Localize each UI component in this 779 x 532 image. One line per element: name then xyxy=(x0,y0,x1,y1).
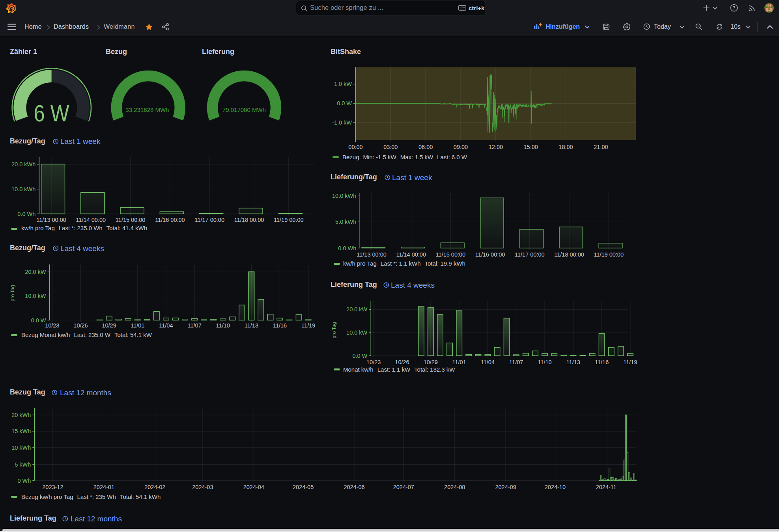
svg-text:06:00: 06:00 xyxy=(418,144,433,150)
svg-text:0.0 Wh: 0.0 Wh xyxy=(17,211,35,217)
svg-text:11/18 00:00: 11/18 00:00 xyxy=(554,251,584,258)
svg-text:11/13: 11/13 xyxy=(566,359,580,365)
svg-text:03:00: 03:00 xyxy=(383,144,398,150)
svg-text:10 kWh: 10 kWh xyxy=(11,445,31,451)
svg-text:11/04: 11/04 xyxy=(159,322,173,329)
svg-text:11/13 00:00: 11/13 00:00 xyxy=(357,251,387,258)
svg-text:10/26: 10/26 xyxy=(73,322,88,329)
svg-text:2024-06: 2024-06 xyxy=(344,484,364,490)
svg-text:2024-01: 2024-01 xyxy=(93,484,114,490)
svg-text:pro Tag: pro Tag xyxy=(331,322,337,339)
svg-text:10.0 kW: 10.0 kW xyxy=(25,293,46,299)
svg-text:2024-04: 2024-04 xyxy=(243,484,264,490)
svg-text:?: ? xyxy=(732,5,735,11)
svg-text:11/17 00:00: 11/17 00:00 xyxy=(515,251,545,258)
svg-text:2023-12: 2023-12 xyxy=(42,484,63,490)
svg-text:11/01: 11/01 xyxy=(131,322,144,329)
svg-text:11/15 00:00: 11/15 00:00 xyxy=(436,251,466,258)
svg-text:15 kWh: 15 kWh xyxy=(11,428,31,434)
svg-text:11/17 00:00: 11/17 00:00 xyxy=(194,217,224,223)
svg-text:33.231628 MWh: 33.231628 MWh xyxy=(125,106,169,113)
svg-text:20.0 kW: 20.0 kW xyxy=(346,306,367,313)
svg-text:-1.0 kW: -1.0 kW xyxy=(332,119,352,126)
svg-text:11/01: 11/01 xyxy=(452,359,466,365)
svg-text:0.0 Wh: 0.0 Wh xyxy=(338,245,356,251)
svg-text:10/23: 10/23 xyxy=(45,322,59,329)
svg-text:20.0 kW: 20.0 kW xyxy=(25,269,46,275)
svg-text:2024-05: 2024-05 xyxy=(293,484,314,490)
svg-text:10.0 kWh: 10.0 kWh xyxy=(332,193,356,199)
svg-text:10/29: 10/29 xyxy=(424,359,438,365)
svg-text:11/10: 11/10 xyxy=(538,359,551,365)
svg-text:11/13 00:00: 11/13 00:00 xyxy=(36,217,66,223)
svg-text:11/19: 11/19 xyxy=(301,322,315,329)
svg-text:09:00: 09:00 xyxy=(454,144,468,150)
svg-text:6 W: 6 W xyxy=(34,100,69,126)
svg-text:10/29: 10/29 xyxy=(102,322,116,329)
svg-text:00:00: 00:00 xyxy=(348,144,362,150)
svg-text:11/16: 11/16 xyxy=(273,322,287,329)
svg-text:2024-10: 2024-10 xyxy=(545,484,566,490)
svg-text:1.0 kW: 1.0 kW xyxy=(334,81,352,87)
svg-text:11/15 00:00: 11/15 00:00 xyxy=(116,217,146,223)
svg-text:2024-02: 2024-02 xyxy=(144,484,165,490)
svg-text:11/13: 11/13 xyxy=(245,322,258,329)
svg-text:5 kWh: 5 kWh xyxy=(15,461,31,468)
svg-text:11/19 00:00: 11/19 00:00 xyxy=(594,251,624,258)
svg-text:0.0 W: 0.0 W xyxy=(31,317,46,324)
svg-text:0.0 W: 0.0 W xyxy=(337,100,352,106)
svg-text:12:00: 12:00 xyxy=(489,144,503,150)
svg-text:11/14 00:00: 11/14 00:00 xyxy=(76,217,106,223)
svg-text:10.0 kW: 10.0 kW xyxy=(346,329,367,336)
svg-text:10/26: 10/26 xyxy=(395,359,409,365)
svg-text:11/16 00:00: 11/16 00:00 xyxy=(475,251,505,258)
svg-text:11/19: 11/19 xyxy=(623,359,637,365)
svg-text:18:00: 18:00 xyxy=(559,144,573,150)
svg-text:11/07: 11/07 xyxy=(187,322,201,329)
svg-text:10/23: 10/23 xyxy=(366,359,381,365)
svg-text:11/04: 11/04 xyxy=(481,359,495,365)
svg-text:11/07: 11/07 xyxy=(509,359,523,365)
svg-text:2024-11: 2024-11 xyxy=(596,484,616,490)
svg-text:11/16: 11/16 xyxy=(595,359,609,365)
svg-text:15:00: 15:00 xyxy=(524,144,538,150)
svg-text:10.0 kWh: 10.0 kWh xyxy=(11,186,35,192)
svg-text:79.017080 MWh: 79.017080 MWh xyxy=(222,106,266,113)
svg-text:5.0 kWh: 5.0 kWh xyxy=(335,219,356,225)
svg-text:11/18 00:00: 11/18 00:00 xyxy=(234,217,264,223)
svg-text:2024-08: 2024-08 xyxy=(444,484,465,490)
svg-text:pro Tag: pro Tag xyxy=(10,285,15,301)
svg-text:0 Wh: 0 Wh xyxy=(17,478,31,484)
svg-text:2024-07: 2024-07 xyxy=(393,484,414,490)
svg-text:20.0 kWh: 20.0 kWh xyxy=(11,161,35,167)
svg-text:11/16 00:00: 11/16 00:00 xyxy=(155,217,185,223)
svg-text:11/10: 11/10 xyxy=(216,322,230,329)
svg-text:2024-09: 2024-09 xyxy=(495,484,516,490)
svg-text:21:00: 21:00 xyxy=(594,144,608,150)
svg-text:11/14 00:00: 11/14 00:00 xyxy=(396,251,426,258)
svg-text:11/19 00:00: 11/19 00:00 xyxy=(274,217,304,223)
svg-text:20 kWh: 20 kWh xyxy=(11,412,31,418)
svg-text:2024-03: 2024-03 xyxy=(192,484,213,490)
svg-text:0.0 W: 0.0 W xyxy=(352,353,367,359)
